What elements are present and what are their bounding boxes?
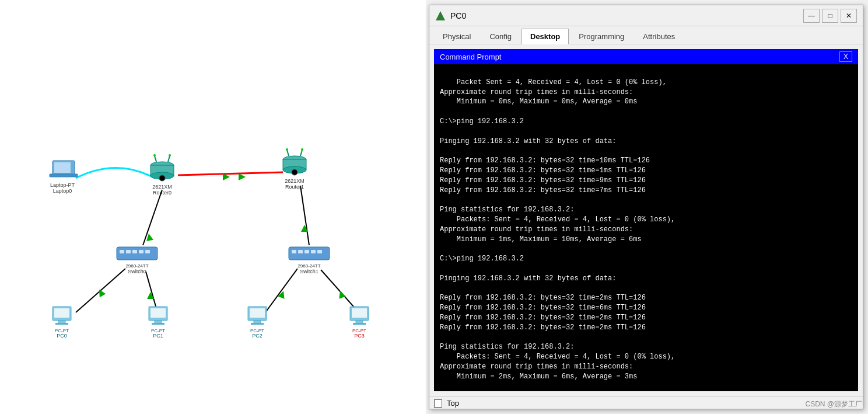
svg-line-0 [178,172,283,175]
svg-marker-80 [436,11,445,20]
svg-text:Switch0: Switch0 [128,269,146,274]
svg-text:2621XM: 2621XM [285,178,304,184]
svg-line-1 [143,190,162,245]
svg-rect-16 [50,174,78,177]
tab-physical[interactable]: Physical [434,29,480,44]
svg-marker-14 [239,173,246,180]
svg-line-25 [168,156,170,162]
pc0-dialog: PC0 — □ ✕ Physical Config Desktop Progra… [429,5,863,409]
svg-point-24 [153,154,156,156]
network-diagram: Laptop-PT Laptop0 2621XM Router0 [0,0,426,414]
svg-line-5 [265,269,298,312]
svg-rect-41 [132,250,137,253]
top-label: Top [447,399,459,408]
svg-rect-55 [54,308,69,318]
tabs-bar: Physical Config Desktop Programming Attr… [429,26,863,44]
tab-programming[interactable]: Programming [570,29,633,44]
svg-rect-48 [298,250,303,253]
cmd-close-button[interactable]: X [839,51,852,62]
maximize-button[interactable]: □ [822,9,838,23]
svg-line-6 [321,270,359,312]
title-bar: PC0 — □ ✕ [429,5,863,26]
minimize-button[interactable]: — [803,9,820,23]
svg-point-33 [286,148,288,151]
svg-line-34 [300,150,302,156]
svg-line-32 [287,150,289,156]
svg-rect-73 [352,308,367,318]
svg-rect-63 [152,323,164,325]
svg-text:2960-24TT: 2960-24TT [298,263,320,269]
top-checkbox[interactable] [434,399,442,408]
svg-rect-75 [353,323,366,325]
svg-rect-42 [139,250,144,253]
svg-text:2621XM: 2621XM [152,184,172,190]
svg-text:2960-24TT: 2960-24TT [125,263,148,269]
cmd-output: Packet Sent = 4, Received = 4, Lost = 0 … [440,78,675,391]
svg-rect-43 [145,250,150,253]
svg-rect-57 [55,323,68,325]
svg-rect-17 [54,162,71,173]
svg-text:PC2: PC2 [252,333,262,339]
svg-text:PC3: PC3 [354,333,365,339]
tab-config[interactable]: Config [481,29,520,44]
svg-point-78 [159,175,165,181]
app-icon [435,11,446,21]
cmd-header-label: Command Prompt [440,53,501,61]
svg-rect-69 [251,323,264,325]
svg-rect-49 [304,250,309,253]
tab-attributes[interactable]: Attributes [634,29,684,44]
svg-text:Switch1: Switch1 [300,269,318,274]
svg-rect-39 [120,250,124,253]
svg-point-26 [169,154,171,156]
window-controls: — □ ✕ [803,9,857,23]
close-button[interactable]: ✕ [841,9,857,23]
svg-text:PC0: PC0 [57,333,67,339]
svg-point-79 [292,169,298,175]
bottom-bar: Top [429,396,863,410]
tab-desktop[interactable]: Desktop [522,29,569,44]
svg-text:Router0: Router0 [153,190,172,196]
svg-text:Laptop-PT: Laptop-PT [50,182,75,188]
svg-point-35 [301,148,303,151]
svg-rect-47 [292,250,296,253]
window-title: PC0 [450,11,466,20]
svg-rect-61 [150,308,166,318]
svg-marker-12 [337,290,345,298]
watermark: CSDN @源梦工厂 [805,399,862,409]
svg-text:Laptop0: Laptop0 [53,188,72,194]
svg-line-4 [300,186,309,245]
svg-rect-51 [317,250,322,253]
svg-rect-50 [311,250,316,253]
command-prompt-body[interactable]: Packet Sent = 4, Received = 4, Lost = 0 … [434,64,858,391]
command-prompt-header: Command Prompt X [434,49,858,64]
svg-rect-67 [250,308,265,318]
svg-line-23 [155,156,156,162]
svg-text:Router1: Router1 [285,184,304,190]
svg-text:PC1: PC1 [153,333,163,339]
svg-rect-40 [126,250,131,253]
